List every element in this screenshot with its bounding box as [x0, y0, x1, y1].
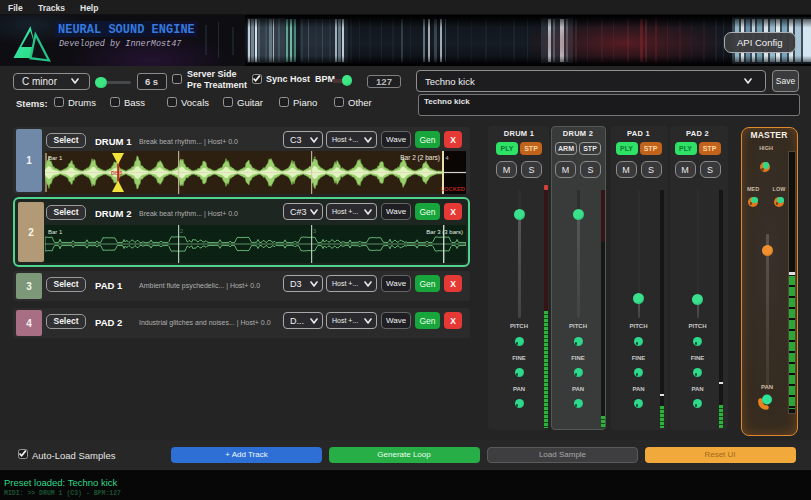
svg-text:2: 2	[180, 228, 183, 234]
svg-text:4: 4	[446, 155, 449, 161]
svg-text:Bar 2 (2 bars): Bar 2 (2 bars)	[400, 154, 440, 162]
svg-text:Bar 1: Bar 1	[48, 229, 63, 235]
svg-text:LOCKED: LOCKED	[441, 186, 465, 192]
svg-text:3: 3	[313, 228, 316, 234]
svg-text:DISS: DISS	[111, 170, 123, 176]
svg-text:Bar 1: Bar 1	[48, 155, 63, 161]
svg-text:2: 2	[180, 154, 183, 160]
svg-text:3: 3	[313, 154, 316, 160]
svg-text:Bar 3 (3 bars): Bar 3 (3 bars)	[426, 229, 463, 235]
